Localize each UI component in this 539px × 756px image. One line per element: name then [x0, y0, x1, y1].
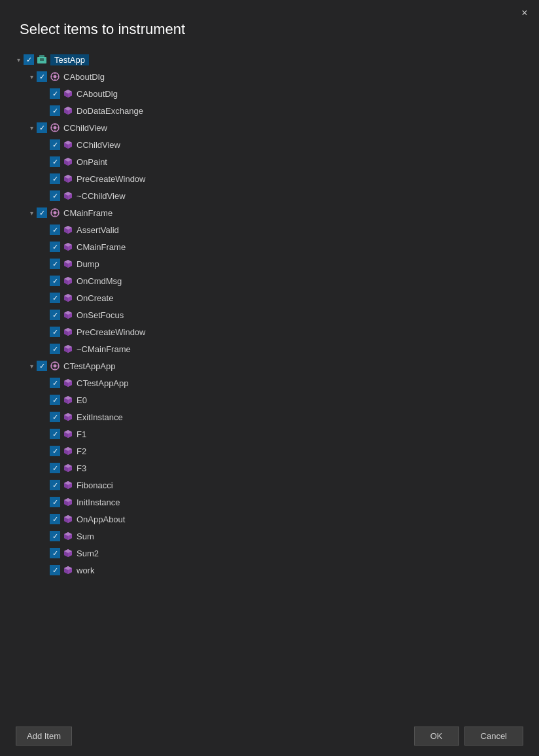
method-label: F3 [77, 463, 86, 473]
tree-method-item[interactable]: ▾ CTestAppApp [13, 374, 539, 391]
method-icon [63, 259, 73, 269]
tree-class-item[interactable]: ▾ CMainFrame [13, 204, 539, 221]
method-icon [63, 105, 73, 116]
tree-method-item[interactable]: ▾ Fibonacci [13, 477, 539, 494]
tree-method-item[interactable]: ▾ ~CChildView [13, 187, 539, 204]
method-label: PreCreateWindow [77, 327, 146, 337]
checkbox-method[interactable] [50, 88, 60, 99]
checkbox-method[interactable] [50, 242, 60, 252]
tree-method-item[interactable]: ▾ InitInstance [13, 494, 539, 511]
method-label: CMainFrame [77, 242, 126, 252]
method-icon [63, 276, 73, 286]
tree-container[interactable]: ▾ TestApp ▾ CAboutDlg ▾ [0, 48, 539, 716]
checkbox-method[interactable] [50, 548, 60, 558]
title-bar: × [0, 0, 539, 21]
method-icon [63, 139, 73, 150]
method-label: Fibonacci [77, 480, 113, 490]
checkbox-method[interactable] [50, 412, 60, 422]
checkbox-method[interactable] [50, 156, 60, 167]
checkbox-method[interactable] [50, 344, 60, 354]
tree-method-item[interactable]: ▾ Sum [13, 528, 539, 545]
checkbox-method[interactable] [50, 293, 60, 303]
checkbox-method[interactable] [50, 139, 60, 150]
tree-method-item[interactable]: ▾ work [13, 562, 539, 579]
tree-method-item[interactable]: ▾ OnPaint [13, 153, 539, 170]
tree-class-item[interactable]: ▾ CTestAppApp [13, 357, 539, 374]
checkbox-method[interactable] [50, 190, 60, 201]
checkbox-method[interactable] [50, 565, 60, 575]
tree-method-item[interactable]: ▾ Sum2 [13, 545, 539, 562]
checkbox-method[interactable] [50, 463, 60, 473]
checkbox-method[interactable] [50, 276, 60, 286]
checkbox-class[interactable] [37, 361, 47, 371]
checkbox-method[interactable] [50, 514, 60, 524]
tree-method-item[interactable]: ▾ ~CMainFrame [13, 340, 539, 357]
checkbox-method[interactable] [50, 105, 60, 116]
checkbox-method[interactable] [50, 173, 60, 184]
checkbox-root[interactable] [24, 54, 34, 65]
method-label: OnSetFocus [77, 310, 124, 320]
method-label: OnAppAbout [77, 514, 125, 524]
checkbox-method[interactable] [50, 378, 60, 388]
tree-class-item[interactable]: ▾ CAboutDlg [13, 68, 539, 85]
method-label: AssertValid [77, 225, 119, 235]
ok-button[interactable]: OK [414, 727, 459, 746]
checkbox-class[interactable] [37, 207, 47, 218]
checkbox-method[interactable] [50, 480, 60, 490]
method-icon [63, 463, 73, 473]
method-label: work [77, 566, 94, 575]
method-icon [63, 344, 73, 354]
tree-method-item[interactable]: ▾ F3 [13, 459, 539, 477]
checkbox-method[interactable] [50, 225, 60, 235]
checkbox-method[interactable] [50, 259, 60, 269]
tree-class-item[interactable]: ▾ CChildView [13, 119, 539, 136]
dialog-title: Select items to instrument [0, 21, 539, 48]
action-buttons: OK Cancel [414, 727, 523, 746]
tree-method-item[interactable]: ▾ OnAppAbout [13, 511, 539, 528]
bottom-bar: Add Item OK Cancel [0, 716, 539, 756]
expand-arrow-root: ▾ [13, 54, 24, 65]
method-label: F2 [77, 446, 86, 456]
tree-method-item[interactable]: ▾ E0 [13, 391, 539, 408]
tree-method-item[interactable]: ▾ AssertValid [13, 221, 539, 238]
checkbox-method[interactable] [50, 327, 60, 337]
svg-point-78 [54, 365, 57, 368]
method-icon [63, 395, 73, 405]
method-icon [63, 88, 73, 99]
tree-method-item[interactable]: ▾ CChildView [13, 136, 539, 153]
method-icon [63, 173, 73, 184]
checkbox-method[interactable] [50, 429, 60, 439]
cancel-button[interactable]: Cancel [464, 727, 523, 746]
checkbox-class[interactable] [37, 71, 47, 82]
checkbox-method[interactable] [50, 446, 60, 456]
method-icon [63, 514, 73, 524]
tree-method-item[interactable]: ▾ Dump [13, 255, 539, 272]
tree-method-item[interactable]: ▾ OnCreate [13, 289, 539, 306]
method-icon [63, 190, 73, 201]
close-button[interactable]: × [517, 5, 532, 21]
tree-root[interactable]: ▾ TestApp [13, 51, 539, 68]
class-label: CAboutDlg [63, 72, 105, 82]
dialog: × Select items to instrument ▾ TestApp ▾ [0, 0, 539, 756]
tree-method-item[interactable]: ▾ PreCreateWindow [13, 323, 539, 340]
checkbox-method[interactable] [50, 531, 60, 541]
tree-method-item[interactable]: ▾ F2 [13, 442, 539, 459]
method-label: CAboutDlg [77, 89, 118, 99]
svg-point-18 [54, 126, 57, 130]
tree-method-item[interactable]: ▾ OnSetFocus [13, 306, 539, 323]
tree-method-item[interactable]: ▾ PreCreateWindow [13, 170, 539, 187]
tree-method-item[interactable]: ▾ F1 [13, 425, 539, 442]
method-icon [63, 156, 73, 167]
add-item-button[interactable]: Add Item [16, 727, 72, 746]
tree-method-item[interactable]: ▾ ExitInstance [13, 408, 539, 425]
checkbox-method[interactable] [50, 310, 60, 320]
tree-method-item[interactable]: ▾ CAboutDlg [13, 85, 539, 102]
checkbox-method[interactable] [50, 395, 60, 405]
tree-method-item[interactable]: ▾ CMainFrame [13, 238, 539, 255]
tree-method-item[interactable]: ▾ DoDataExchange [13, 102, 539, 119]
tree-method-item[interactable]: ▾ OnCmdMsg [13, 272, 539, 289]
class-label: CTestAppApp [63, 361, 116, 371]
checkbox-class[interactable] [37, 122, 47, 133]
root-class-icon [37, 54, 47, 65]
checkbox-method[interactable] [50, 497, 60, 507]
